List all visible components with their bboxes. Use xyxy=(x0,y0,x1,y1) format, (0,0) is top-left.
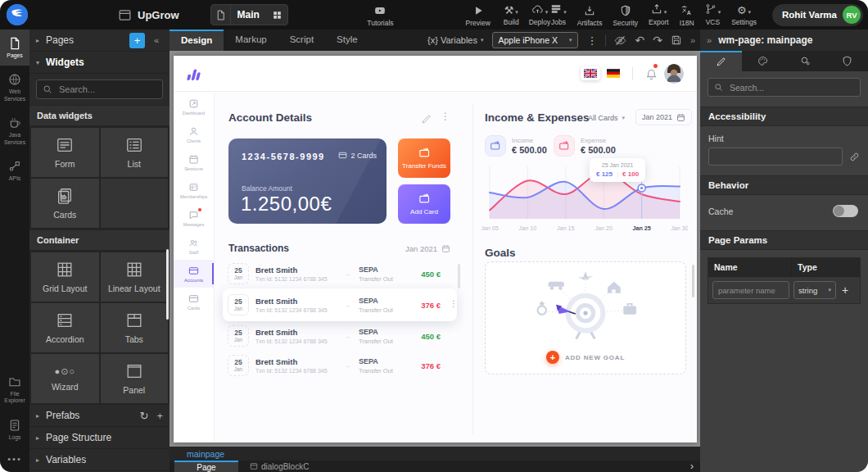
properties-search[interactable] xyxy=(708,78,861,97)
widget-tile-cards[interactable]: Cards xyxy=(31,179,99,228)
add-prefab-icon[interactable]: + xyxy=(156,410,163,422)
add-page-button[interactable]: + xyxy=(129,33,145,48)
notifications-bell-icon[interactable] xyxy=(645,66,658,81)
edit-pencil-icon[interactable] xyxy=(421,111,432,126)
artifacts-button[interactable]: Artifacts xyxy=(577,2,603,27)
bind-link-icon[interactable] xyxy=(849,149,860,164)
undo-icon[interactable]: ↶ xyxy=(635,34,644,47)
variables-dropdown[interactable]: {x} Variables▾ xyxy=(427,35,483,45)
row-more-icon[interactable]: ⋮ xyxy=(450,299,458,308)
tab-properties[interactable] xyxy=(700,51,742,71)
properties-search-input[interactable] xyxy=(728,82,834,93)
sidebar-item-java-services[interactable]: Java Services xyxy=(0,109,29,152)
transfer-funds-button[interactable]: Transfer Funds xyxy=(398,138,450,178)
open-page-tab[interactable]: mainpage xyxy=(187,449,224,459)
canvas-more-icon[interactable]: ⋮ xyxy=(586,34,597,47)
collapse-right-panel-icon[interactable]: » xyxy=(707,35,712,45)
tab-advanced-search[interactable] xyxy=(784,51,826,71)
widgets-section-header[interactable]: ▾ Widgets xyxy=(29,52,170,74)
settings-button[interactable]: ⚙▾ Settings xyxy=(731,4,757,26)
pages-section-header[interactable]: ▸ Pages + « xyxy=(29,30,170,52)
device-selector[interactable]: Apple iPhone X▾ xyxy=(492,32,579,48)
tab-script[interactable]: Script xyxy=(278,30,325,51)
more-menu-icon[interactable]: ••• xyxy=(0,447,29,472)
sidebar-item-pages[interactable]: Pages xyxy=(0,30,29,66)
tutorials-button[interactable]: Tutorials xyxy=(367,2,393,27)
app-nav-dashboard[interactable]: Dashboard xyxy=(174,93,214,120)
export-button[interactable]: ▾ Export xyxy=(649,4,669,26)
panel-scrollbar[interactable] xyxy=(166,249,169,320)
widget-tile-accordion[interactable]: Accordion xyxy=(31,303,99,352)
hide-markers-icon[interactable] xyxy=(614,34,626,47)
jobs-button[interactable]: ▾ Jobs xyxy=(550,4,567,26)
chart-period[interactable]: Jan 2021 xyxy=(635,109,692,125)
page-selector[interactable]: Main xyxy=(210,4,289,25)
user-menu[interactable]: Rohit Varma RV xyxy=(772,4,863,26)
tab-markup[interactable]: Markup xyxy=(224,30,278,51)
bank-card[interactable]: 1234-5678-9999 2 Cards Balance Amount 1.… xyxy=(228,138,387,224)
sidebar-item-logs[interactable]: Logs xyxy=(0,411,29,447)
language-flag-de[interactable] xyxy=(607,69,620,78)
deploy-button[interactable]: ▾ Deploy xyxy=(529,4,550,26)
app-nav-cards[interactable]: Cards xyxy=(174,288,214,315)
app-nav-sessions[interactable]: Sessions xyxy=(174,148,214,176)
refresh-icon[interactable]: ↻ xyxy=(140,410,149,422)
cache-toggle[interactable] xyxy=(833,205,858,217)
page-scrollbar[interactable] xyxy=(692,265,694,297)
hint-input[interactable] xyxy=(708,148,843,166)
expand-panel-icon[interactable]: » xyxy=(690,35,695,45)
build-button[interactable]: ⚒▾ Build xyxy=(504,4,519,26)
param-type-select[interactable]: string▾ xyxy=(793,281,836,299)
add-new-goal-button[interactable]: + ADD NEW GOAL xyxy=(546,351,625,364)
sidebar-item-file-explorer[interactable]: File Explorer xyxy=(0,368,29,411)
design-canvas[interactable]: Dashboard Clients Sessions Memberships M… xyxy=(170,51,700,447)
accessibility-section-header[interactable]: Accessibility xyxy=(700,107,868,126)
sidebar-item-apis[interactable]: APIs xyxy=(0,152,29,188)
widget-search[interactable] xyxy=(36,79,163,99)
app-nav-memberships[interactable]: Memberships xyxy=(174,176,214,204)
param-name-input[interactable] xyxy=(712,281,789,299)
variables-section-header[interactable]: ▸ Variables xyxy=(29,449,170,471)
cards-filter-dropdown[interactable]: All Cards▾ xyxy=(588,114,625,122)
transactions-period[interactable]: Jan 2021 xyxy=(405,244,450,253)
widget-tile-grid-layout[interactable]: Grid Layout xyxy=(31,252,99,302)
widget-tile-list[interactable]: List xyxy=(101,128,169,177)
profile-avatar[interactable] xyxy=(664,64,684,84)
add-card-button[interactable]: Add Card xyxy=(398,184,450,224)
structure-item-dialogblockc[interactable]: dialogBlockC xyxy=(250,461,309,472)
language-flag-en[interactable] xyxy=(581,66,600,80)
widget-tile-panel[interactable]: Panel xyxy=(101,354,169,403)
app-nav-messages[interactable]: Messages xyxy=(174,204,214,232)
security-button[interactable]: Security xyxy=(613,2,638,27)
page-grid-icon[interactable] xyxy=(266,10,287,20)
transaction-row-selected[interactable]: 25Jan Brett SmithTxn Id: 5132 1234 6788 … xyxy=(223,288,457,321)
collapse-panel-icon[interactable]: « xyxy=(150,34,163,47)
behavior-section-header[interactable]: Behavior xyxy=(700,175,868,195)
widget-tile-linear-layout[interactable]: Linear Layout xyxy=(101,252,169,302)
widget-tile-wizard[interactable]: ●⊙○ Wizard xyxy=(31,354,99,403)
widget-tile-tabs[interactable]: Tabs xyxy=(101,303,169,352)
structure-tab-page[interactable]: Page xyxy=(174,461,238,472)
transaction-row[interactable]: 25Jan Brett SmithTxn Id: 5132 1234 6788 … xyxy=(223,321,457,351)
tab-styles[interactable] xyxy=(742,51,784,71)
add-param-button[interactable]: + xyxy=(842,284,848,297)
app-nav-clients[interactable]: Clients xyxy=(174,120,214,148)
transaction-row[interactable]: 25Jan Brett SmithTxn Id: 5132 1234 6788 … xyxy=(223,351,457,380)
transaction-row[interactable]: 25Jan Brett SmithTxn Id: 5132 1234 6788 … xyxy=(223,259,457,288)
income-expenses-chart[interactable]: Jan 05Jan 10Jan 15Jan 20Jan 25Jan 30 25 … xyxy=(481,161,688,237)
vcs-button[interactable]: ▾ VCS xyxy=(705,4,721,26)
i18n-button[interactable]: I18N xyxy=(680,2,694,27)
save-icon[interactable] xyxy=(671,34,682,46)
sidebar-item-web-services[interactable]: Web Services xyxy=(0,66,29,109)
widget-tile-form[interactable]: Form xyxy=(31,128,99,177)
tab-security[interactable] xyxy=(826,51,868,71)
list-scrollbar[interactable] xyxy=(458,264,460,288)
app-nav-staff[interactable]: Staff xyxy=(174,232,214,260)
tab-style[interactable]: Style xyxy=(325,30,369,51)
scroll-right-icon[interactable]: › xyxy=(690,461,694,472)
app-nav-accounts[interactable]: Accounts xyxy=(174,260,214,288)
redo-icon[interactable]: ↷ xyxy=(653,34,662,47)
page-structure-section-header[interactable]: ▸ Page Structure xyxy=(29,427,170,449)
preview-button[interactable]: Preview xyxy=(466,2,491,27)
prefabs-section-header[interactable]: ▸ Prefabs ↻+ xyxy=(29,405,170,427)
